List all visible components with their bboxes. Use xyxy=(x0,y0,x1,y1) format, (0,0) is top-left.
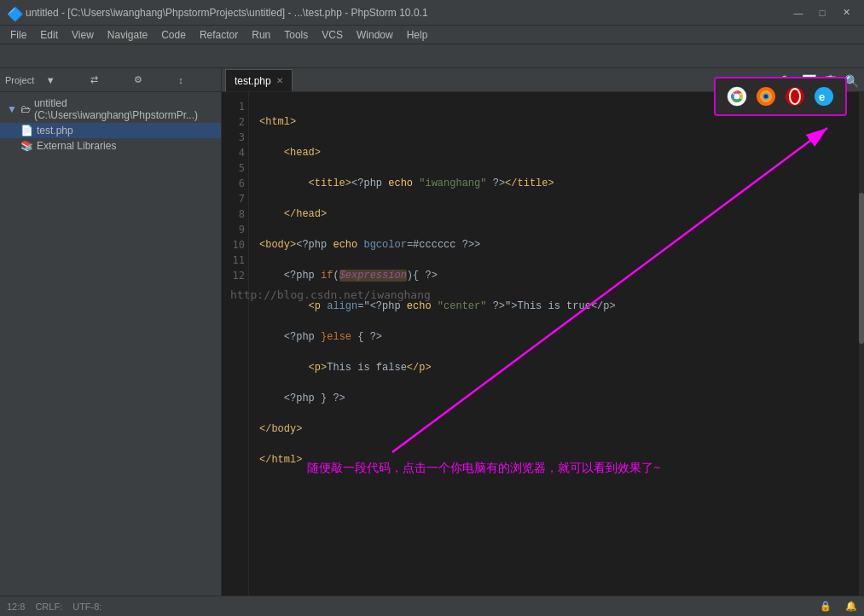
close-button[interactable]: ✕ xyxy=(835,4,857,21)
folder-label: untitled (C:\Users\iwanghang\PhpstormPr.… xyxy=(34,97,214,121)
project-tree: ▼ 🗁 untitled (C:\Users\iwanghang\Phpstor… xyxy=(0,92,221,596)
top-tabs-row xyxy=(0,44,864,68)
editor-tabs-right: ▼ ▶ 🐛 📊 📋 🔍 xyxy=(744,73,861,91)
window-controls: — □ ✕ xyxy=(787,4,857,21)
editor-area: test.php ✕ ▼ ▶ 🐛 📊 📋 🔍 1 2 3 4 5 6 7 xyxy=(222,68,864,596)
menu-item-file[interactable]: File xyxy=(3,27,33,43)
sidebar-project-label: Project xyxy=(5,75,39,85)
editor-tabs: test.php ✕ ▼ ▶ 🐛 📊 📋 🔍 xyxy=(222,68,864,92)
code-editor: 1 2 3 4 5 6 7 8 9 10 11 12 <html> <head>… xyxy=(222,92,864,596)
menu-item-window[interactable]: Window xyxy=(350,27,400,43)
menu-item-code[interactable]: Code xyxy=(154,27,193,43)
status-encoding: UTF-8: xyxy=(72,601,101,612)
tab-testphp[interactable]: test.php ✕ xyxy=(225,69,293,91)
menu-item-refactor[interactable]: Refactor xyxy=(193,27,245,43)
status-line-ending: CRLF: xyxy=(35,601,62,612)
tree-item-external-libs[interactable]: 📚 External Libraries xyxy=(0,138,221,154)
status-bar: 12:8 CRLF: UTF-8: 🔒 🔔 xyxy=(0,596,864,616)
line-numbers: 1 2 3 4 5 6 7 8 9 10 11 12 xyxy=(222,92,249,596)
tree-item-testphp[interactable]: 📄 test.php xyxy=(0,123,221,138)
folder-icon: ▼ xyxy=(7,103,17,115)
debug-button[interactable]: 🐛 xyxy=(779,73,797,90)
window-title: untitled - [C:\Users\iwanghang\PhpstormP… xyxy=(26,7,787,19)
folder-img-icon: 🗁 xyxy=(20,103,31,115)
menu-item-help[interactable]: Help xyxy=(400,27,435,43)
status-bar-right: 🔒 🔔 xyxy=(820,601,857,612)
sidebar-dropdown[interactable]: ▼ xyxy=(43,73,84,87)
tab-testphp-label: test.php xyxy=(235,75,271,87)
menu-item-edit[interactable]: Edit xyxy=(33,27,65,43)
code-content[interactable]: <html> <head> <title><?php echo "iwangha… xyxy=(249,92,864,596)
status-position: 12:8 xyxy=(7,601,25,612)
sidebar-expand[interactable]: ↕ xyxy=(175,73,216,87)
menu-item-tools[interactable]: Tools xyxy=(277,27,315,43)
sidebar-sync[interactable]: ⇄ xyxy=(87,73,128,87)
sidebar-toolbar: Project ▼ ⇄ ⚙ ↕ xyxy=(0,68,221,92)
editor-scrollbar[interactable] xyxy=(859,92,864,596)
status-lock-icon: 🔒 xyxy=(820,601,832,612)
editor-scrollbar-thumb[interactable] xyxy=(859,193,864,344)
profile-button[interactable]: 📊 xyxy=(800,73,818,90)
php-file-icon: 📄 xyxy=(20,125,33,137)
menu-item-navigate[interactable]: Navigate xyxy=(101,27,154,43)
search-button[interactable]: 🔍 xyxy=(843,73,861,90)
run-button[interactable]: ▶ xyxy=(763,73,775,90)
tab-close-icon[interactable]: ✕ xyxy=(276,76,283,85)
lib-icon: 📚 xyxy=(20,140,33,152)
menu-item-vcs[interactable]: VCS xyxy=(315,27,350,43)
menu-item-run[interactable]: Run xyxy=(245,27,277,43)
maximize-button[interactable]: □ xyxy=(811,4,833,21)
minimize-button[interactable]: — xyxy=(787,4,809,21)
main-layout: Project ▼ ⇄ ⚙ ↕ ▼ 🗁 untitled (C:\Users\i… xyxy=(0,68,864,596)
lib-label: External Libraries xyxy=(37,140,116,152)
file-label: test.php xyxy=(37,125,73,137)
sidebar-settings[interactable]: ⚙ xyxy=(130,73,171,87)
title-bar: 🔷 untitled - [C:\Users\iwanghang\Phpstor… xyxy=(0,0,864,26)
coverage-button[interactable]: 📋 xyxy=(821,73,839,90)
menu-item-view[interactable]: View xyxy=(65,27,101,43)
menu-bar: FileEditViewNavigateCodeRefactorRunTools… xyxy=(0,26,864,44)
tree-item-untitled[interactable]: ▼ 🗁 untitled (C:\Users\iwanghang\Phpstor… xyxy=(0,96,221,123)
status-notification-icon: 🔔 xyxy=(845,601,857,612)
editor-tab-dropdown[interactable]: ▼ xyxy=(744,73,759,90)
sidebar: Project ▼ ⇄ ⚙ ↕ ▼ 🗁 untitled (C:\Users\i… xyxy=(0,68,222,596)
app-icon: 🔷 xyxy=(7,6,20,20)
